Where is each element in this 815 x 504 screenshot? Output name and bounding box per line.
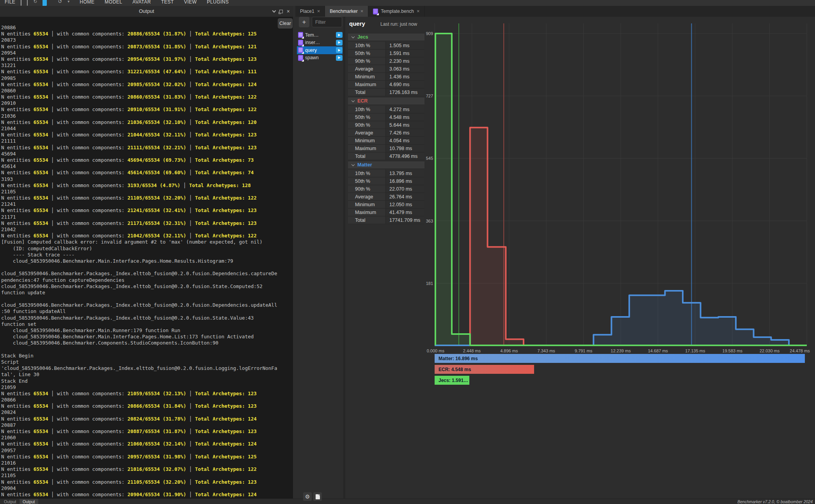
- text: │: [186, 416, 195, 422]
- median-bar-ecr[interactable]: ECR: 4.548 ms: [435, 365, 534, 374]
- float-window-icon[interactable]: [279, 10, 283, 13]
- output-line: pendencies:47 function captureDependenci…: [1, 277, 293, 283]
- panel-divider[interactable]: [343, 17, 345, 499]
- filter-input[interactable]: Filter: [312, 17, 342, 27]
- text: │ with common components:: [48, 479, 127, 485]
- bottom-tab-output[interactable]: Output: [1, 499, 20, 504]
- entities-total: 65534: [34, 145, 48, 150]
- output-line: 21059: [1, 384, 293, 391]
- output-line: 20910: [1, 100, 293, 106]
- output-line: 21044: [1, 126, 293, 132]
- run-benchmark-button[interactable]: ▶: [336, 32, 343, 38]
- total-archetypes: Total Archetypes: 123: [195, 145, 257, 150]
- text: │: [186, 81, 195, 87]
- text: N entities: [1, 119, 34, 125]
- output-line: N entities 65534 │ with common component…: [1, 220, 293, 226]
- menu-file[interactable]: FILE: [5, 0, 15, 5]
- publish-icon[interactable]: [27, 0, 28, 6]
- entity-count: 21105: [1, 189, 16, 195]
- output-line: N entities 65534 │ with common component…: [1, 441, 293, 447]
- section-header-matter[interactable]: Matter: [348, 161, 424, 168]
- dropdown-caret-icon[interactable]: ▾: [67, 0, 69, 4]
- common-components: 21016/65534 (32.07%): [128, 466, 186, 472]
- output-line: 20904: [1, 485, 293, 492]
- run-benchmark-button[interactable]: ▶: [336, 47, 343, 53]
- tab-place1[interactable]: Place1×: [295, 6, 325, 17]
- menu-model[interactable]: MODEL: [105, 0, 122, 5]
- text: N entities: [1, 220, 34, 226]
- text: │: [186, 403, 195, 409]
- output-line: 20887: [1, 422, 293, 428]
- clear-button[interactable]: Clear: [278, 18, 293, 28]
- text: │: [186, 466, 195, 472]
- benchmark-item-query[interactable]: query▶: [297, 46, 343, 54]
- entity-count: 45614: [1, 163, 16, 169]
- benchmark-item-inser[interactable]: inser…▶: [297, 39, 343, 47]
- tab-benchmarker[interactable]: Benchmarker×: [325, 6, 368, 17]
- total-archetypes: Total Archetypes: 122: [195, 233, 257, 239]
- histogram-svg: [425, 22, 815, 386]
- sync-icon[interactable]: ↻: [33, 0, 37, 4]
- section-header-ecr[interactable]: ECR: [348, 97, 424, 104]
- tab-label: Template.bench: [381, 9, 414, 14]
- common-components: 20910/65534 (31.91%): [128, 106, 186, 112]
- bottom-tab-output[interactable]: Output: [20, 499, 38, 504]
- stat-row: 10th %4.272 ms: [348, 106, 424, 113]
- stat-value: 13.795 ms: [386, 170, 424, 177]
- tab-close-icon[interactable]: ×: [417, 9, 420, 14]
- benchmark-item-spawn[interactable]: spawn▶: [297, 54, 343, 62]
- tab-close-icon[interactable]: ×: [360, 9, 364, 14]
- text: │: [186, 233, 195, 239]
- total-archetypes: Total Archetypes: 123: [195, 479, 257, 485]
- menu-avatar[interactable]: AVATAR: [133, 0, 151, 5]
- page-icon[interactable]: [21, 0, 21, 6]
- section-header-jecs[interactable]: Jecs: [348, 34, 424, 41]
- common-components: 20887/65534 (31.87%): [128, 428, 186, 434]
- text: │ with common components:: [48, 145, 127, 150]
- common-components: 21044/65534 (32.11%): [128, 132, 186, 138]
- output-line: Script: [1, 359, 293, 365]
- stat-row: Average7.426 ms: [348, 129, 424, 137]
- run-benchmark-button[interactable]: ▶: [336, 40, 343, 46]
- entities-total: 65534: [34, 94, 48, 100]
- median-bar-matter[interactable]: Matter: 16.896 ms: [435, 354, 805, 363]
- common-components: 21241/65534 (32.41%): [128, 207, 186, 213]
- text: │ with common components:: [48, 170, 127, 175]
- text: │: [186, 69, 195, 74]
- tab-template-bench[interactable]: Template.bench×: [368, 6, 424, 17]
- stat-label: Minimum: [348, 137, 386, 144]
- text: N entities: [1, 479, 34, 485]
- median-bar-jecs[interactable]: Jecs: 1.591…: [435, 376, 469, 385]
- entities-total: 65534: [34, 182, 48, 188]
- text: N entities: [1, 132, 34, 138]
- run-benchmark-button[interactable]: ▶: [336, 55, 343, 61]
- menu-home[interactable]: HOME: [80, 0, 94, 5]
- play-icon[interactable]: [43, 0, 47, 6]
- settings-gear-icon[interactable]: ⚙: [303, 492, 312, 501]
- entity-count: 20957: [1, 447, 16, 453]
- entity-count: 45694: [1, 151, 16, 157]
- tab-close-icon[interactable]: ×: [317, 9, 320, 14]
- script-icon: [298, 47, 303, 53]
- undo-icon[interactable]: ↺: [58, 0, 62, 4]
- close-icon[interactable]: ×: [287, 9, 290, 14]
- play-icon: ▶: [338, 34, 340, 37]
- menu-test[interactable]: TEST: [161, 0, 174, 5]
- output-line: function update: [1, 290, 293, 296]
- output-console[interactable]: 20886N entities 65534 │ with common comp…: [0, 17, 293, 499]
- stat-label: 10th %: [348, 170, 386, 177]
- entity-count: 20886: [1, 25, 16, 30]
- menu-plugins[interactable]: PLUGINS: [207, 0, 229, 5]
- total-archetypes: Total Archetypes: 125: [195, 31, 257, 37]
- menu-view[interactable]: VIEW: [184, 0, 197, 5]
- docs-page-icon[interactable]: [313, 492, 322, 501]
- output-line: N entities 65534 │ with common component…: [1, 195, 293, 201]
- add-benchmark-button[interactable]: +: [299, 17, 309, 27]
- output-line: [1, 347, 293, 353]
- chevron-down-icon[interactable]: [272, 9, 276, 13]
- output-line: 21042: [1, 226, 293, 233]
- text: │: [186, 441, 195, 447]
- stat-value: 26.764 ms: [386, 193, 424, 200]
- benchmark-item-Tem[interactable]: Tem…▶: [297, 31, 343, 39]
- script-icon: [298, 40, 303, 46]
